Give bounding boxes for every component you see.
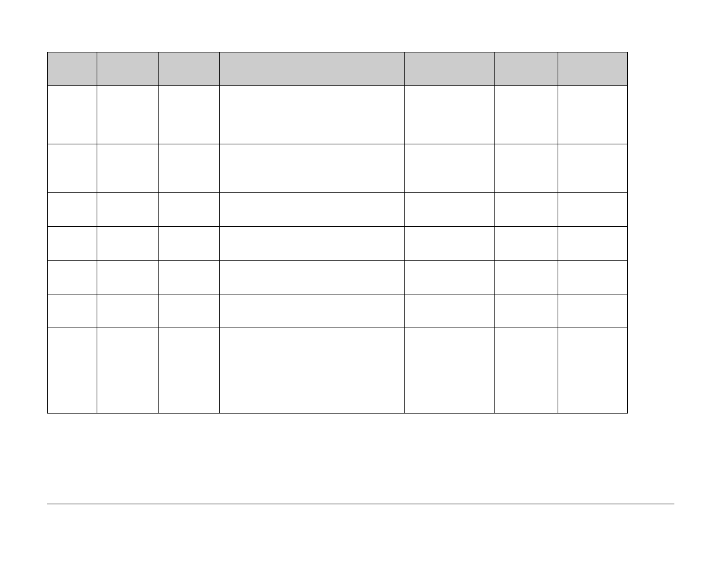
header-cell-3: [220, 52, 405, 86]
cell: [48, 295, 97, 328]
page: [0, 0, 728, 562]
cell: [220, 144, 405, 193]
cell: [48, 227, 97, 261]
cell: [220, 193, 405, 227]
cell: [495, 328, 558, 414]
cell: [495, 86, 558, 144]
cell: [48, 261, 97, 295]
table-row: [48, 261, 628, 295]
cell: [159, 193, 220, 227]
cell: [558, 144, 628, 193]
cell: [558, 295, 628, 328]
cell: [97, 328, 159, 414]
cell: [97, 144, 159, 193]
cell: [220, 295, 405, 328]
cell: [558, 86, 628, 144]
cell: [495, 144, 558, 193]
cell: [405, 193, 495, 227]
table-row: [48, 295, 628, 328]
cell: [159, 86, 220, 144]
cell: [159, 328, 220, 414]
cell: [220, 227, 405, 261]
table-row: [48, 193, 628, 227]
cell: [405, 295, 495, 328]
cell: [97, 193, 159, 227]
cell: [495, 227, 558, 261]
header-cell-4: [405, 52, 495, 86]
table-row: [48, 144, 628, 193]
cell: [48, 328, 97, 414]
footer-divider: [47, 504, 674, 504]
cell: [159, 261, 220, 295]
cell: [405, 86, 495, 144]
cell: [405, 144, 495, 193]
data-table: [47, 52, 628, 414]
cell: [558, 261, 628, 295]
cell: [405, 227, 495, 261]
header-cell-2: [159, 52, 220, 86]
cell: [97, 227, 159, 261]
cell: [495, 193, 558, 227]
cell: [495, 261, 558, 295]
header-cell-6: [558, 52, 628, 86]
cell: [405, 261, 495, 295]
cell: [220, 328, 405, 414]
cell: [405, 328, 495, 414]
cell: [48, 193, 97, 227]
table-head: [48, 52, 628, 86]
cell: [97, 86, 159, 144]
cell: [48, 86, 97, 144]
cell: [220, 261, 405, 295]
cell: [558, 328, 628, 414]
header-cell-0: [48, 52, 97, 86]
cell: [495, 295, 558, 328]
table-body: [48, 86, 628, 414]
header-cell-1: [97, 52, 159, 86]
table-row: [48, 328, 628, 414]
cell: [159, 295, 220, 328]
header-cell-5: [495, 52, 558, 86]
cell: [159, 227, 220, 261]
cell: [97, 295, 159, 328]
cell: [159, 144, 220, 193]
cell: [48, 144, 97, 193]
cell: [220, 86, 405, 144]
table-row: [48, 86, 628, 144]
header-row: [48, 52, 628, 86]
table-row: [48, 227, 628, 261]
cell: [558, 227, 628, 261]
cell: [97, 261, 159, 295]
cell: [558, 193, 628, 227]
